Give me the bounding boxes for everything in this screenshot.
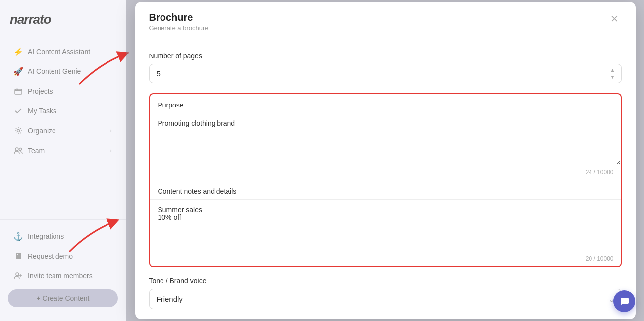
app-logo: narrato (10, 12, 51, 27)
svg-rect-0 (15, 89, 22, 94)
sidebar-item-label: Request demo (28, 252, 73, 260)
pages-input[interactable] (149, 64, 622, 83)
gear-icon (14, 126, 23, 135)
close-button[interactable]: ✕ (607, 12, 622, 26)
sidebar-item-integrations[interactable]: ⚓ Integrations (4, 227, 122, 246)
sidebar-item-label: Invite team members (28, 272, 93, 280)
sidebar-item-request-demo[interactable]: 🖥 Request demo (4, 247, 122, 266)
spinner-down[interactable]: ▼ (610, 74, 616, 80)
tone-label: Tone / Brand voice (149, 277, 622, 285)
sidebar-item-projects[interactable]: Projects (4, 82, 122, 101)
sidebar-item-label: My Tasks (28, 107, 56, 115)
chat-bubble[interactable] (613, 290, 635, 312)
brochure-dialog: Brochure Generate a brochure ✕ Number of… (135, 2, 636, 319)
spinner-up[interactable]: ▲ (610, 67, 616, 73)
sidebar-item-label: Organize (28, 127, 56, 135)
content-notes-textarea[interactable] (150, 199, 621, 251)
purpose-label: Purpose (150, 94, 621, 113)
main-content: Brochure Generate a brochure ✕ Number of… (126, 0, 644, 321)
purpose-textarea[interactable] (150, 113, 621, 165)
sidebar-item-label: AI Content Assistant (28, 48, 90, 55)
create-content-button[interactable]: + Create Content (8, 289, 118, 307)
dialog-title: Brochure (149, 12, 209, 23)
dialog-subtitle: Generate a brochure (149, 24, 209, 32)
add-user-icon (14, 271, 23, 280)
dialog-header: Brochure Generate a brochure ✕ (135, 2, 636, 40)
sidebar-item-my-tasks[interactable]: My Tasks (4, 102, 122, 120)
sidebar-item-label: Team (28, 147, 45, 155)
purpose-char-count: 24 / 10000 (150, 167, 621, 180)
monitor-icon: 🖥 (14, 252, 23, 261)
pages-field-wrapper: ▲ ▼ (149, 64, 622, 83)
tone-select-wrapper: Friendly Professional Casual Formal Humo… (149, 289, 622, 309)
rocket-icon: 🚀 (14, 67, 23, 76)
sidebar-item-team[interactable]: Team › (4, 141, 122, 160)
sidebar-item-ai-content-assistant[interactable]: ⚡ AI Content Assistant (4, 42, 122, 61)
dialog-body: Number of pages ▲ ▼ Purpose 24 / 10000 (135, 40, 636, 319)
spinner-buttons: ▲ ▼ (610, 67, 616, 80)
svg-point-2 (15, 148, 18, 151)
sidebar-nav: ⚡ AI Content Assistant 🚀 AI Content Geni… (0, 37, 126, 219)
check-icon (14, 107, 23, 115)
dialog-title-area: Brochure Generate a brochure (149, 12, 209, 32)
anchor-icon: ⚓ (14, 232, 23, 241)
tone-section: Tone / Brand voice Friendly Professional… (149, 277, 622, 309)
tone-select[interactable]: Friendly Professional Casual Formal Humo… (149, 289, 622, 309)
folder-icon (14, 87, 23, 96)
lightning-icon: ⚡ (14, 47, 23, 56)
chevron-down-icon: › (110, 127, 112, 134)
red-border-section: Purpose 24 / 10000 Content notes and det… (149, 93, 622, 267)
svg-point-4 (16, 273, 19, 276)
sidebar-item-organize[interactable]: Organize › (4, 121, 122, 140)
sidebar-item-label: Projects (28, 87, 53, 95)
content-notes-label: Content notes and details (150, 180, 621, 199)
sidebar-item-ai-content-genie[interactable]: 🚀 AI Content Genie (4, 62, 122, 81)
dialog-overlay[interactable]: Brochure Generate a brochure ✕ Number of… (126, 0, 644, 321)
chevron-down-icon: › (110, 147, 112, 154)
sidebar-item-label: AI Content Genie (28, 67, 81, 75)
sidebar: narrato ⚡ AI Content Assistant 🚀 AI Cont… (0, 0, 126, 321)
svg-point-1 (17, 130, 20, 132)
pages-label: Number of pages (149, 52, 622, 60)
logo-area: narrato (0, 0, 126, 37)
svg-point-3 (19, 148, 22, 151)
team-icon (14, 146, 23, 155)
sidebar-item-label: Integrations (28, 232, 64, 240)
content-notes-char-count: 20 / 10000 (150, 253, 621, 266)
sidebar-bottom: ⚓ Integrations 🖥 Request demo Invite tea… (0, 219, 126, 321)
sidebar-item-invite-team[interactable]: Invite team members (4, 267, 122, 285)
